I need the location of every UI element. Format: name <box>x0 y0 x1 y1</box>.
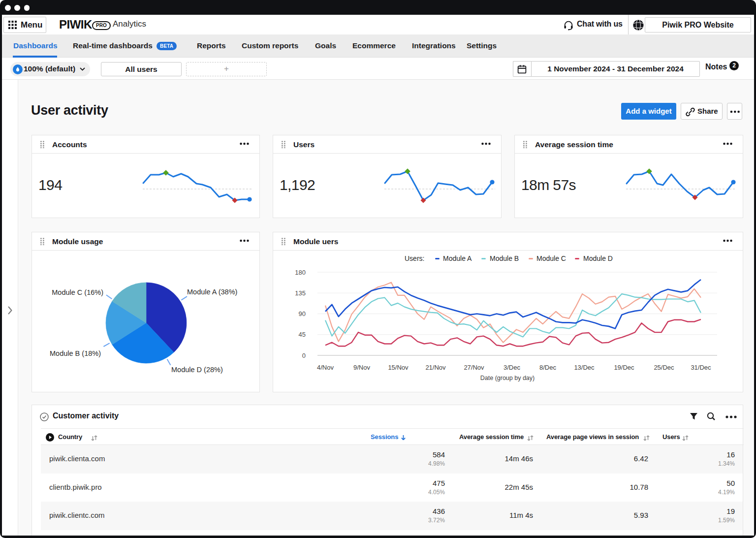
svg-text:15/Nov: 15/Nov <box>388 364 409 371</box>
svg-text:8/Dec: 8/Dec <box>539 364 556 371</box>
svg-text:13/Dec: 13/Dec <box>574 364 595 371</box>
svg-text:45: 45 <box>299 331 306 338</box>
svg-text:0: 0 <box>302 352 306 359</box>
svg-text:31/Dec: 31/Dec <box>691 364 711 371</box>
svg-text:180: 180 <box>295 269 306 276</box>
svg-text:90: 90 <box>299 310 306 317</box>
svg-text:135: 135 <box>295 289 306 297</box>
svg-text:27/Nov: 27/Nov <box>464 364 484 371</box>
svg-text:Date (group by day): Date (group by day) <box>480 375 535 381</box>
svg-text:4/Nov: 4/Nov <box>317 364 334 371</box>
svg-text:19/Dec: 19/Dec <box>614 364 634 371</box>
svg-text:25/Dec: 25/Dec <box>654 364 674 371</box>
svg-text:9/Nov: 9/Nov <box>353 364 370 371</box>
svg-text:21/Nov: 21/Nov <box>425 364 446 371</box>
svg-text:3/Dec: 3/Dec <box>504 364 520 371</box>
